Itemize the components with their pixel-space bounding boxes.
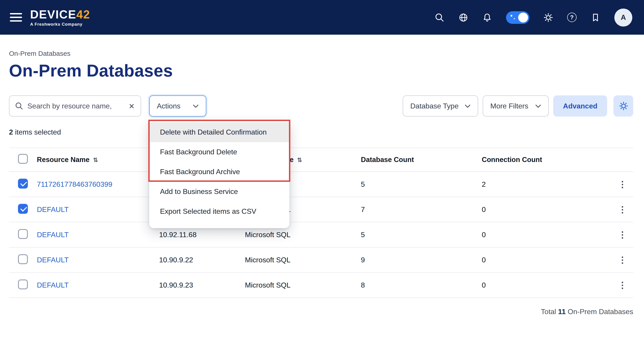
breadcrumb[interactable]: On-Prem Databases xyxy=(9,50,633,57)
database-count-cell: 9 xyxy=(361,256,482,264)
table-row: DEFAULT Microsoft SQL 7 0 ⋮ xyxy=(9,197,633,222)
table-row: 7117261778463760399 5 2 ⋮ xyxy=(9,172,633,197)
database-count-cell: 5 xyxy=(361,231,482,239)
actions-dropdown-menu: Delete with Detailed Confirmation Fast B… xyxy=(149,121,290,228)
databases-table: Resource Name⇅ Database Type⇅ Database C… xyxy=(9,148,633,298)
connection-count-cell: 0 xyxy=(482,281,612,289)
row-checkbox[interactable] xyxy=(18,254,28,264)
theme-toggle[interactable] xyxy=(506,11,530,24)
connection-count-cell: 2 xyxy=(482,180,612,188)
toggle-sparkle-icon xyxy=(510,15,512,17)
row-actions-kebab-icon[interactable]: ⋮ xyxy=(612,255,633,265)
connection-count-cell: 0 xyxy=(482,256,612,264)
toggle-knob xyxy=(518,12,528,22)
table-settings-button[interactable] xyxy=(614,95,633,117)
database-type-filter-button[interactable]: Database Type xyxy=(403,95,478,117)
connection-count-cell: 0 xyxy=(482,205,612,214)
total-count-number: 11 xyxy=(558,308,566,315)
app-canvas: DEVICE42 A Freshworks Company ? xyxy=(0,0,644,342)
logo-subtitle: A Freshworks Company xyxy=(30,22,90,26)
resource-name-link[interactable]: DEFAULT xyxy=(37,256,159,264)
topbar-actions: ? A xyxy=(434,8,632,26)
database-count-cell: 8 xyxy=(361,281,482,289)
row-actions-kebab-icon[interactable]: ⋮ xyxy=(612,179,633,190)
hamburger-menu-icon[interactable] xyxy=(10,11,22,24)
toggle-sparkle-icon xyxy=(514,18,515,19)
more-filters-button[interactable]: More Filters xyxy=(483,95,549,117)
search-icon[interactable] xyxy=(434,12,444,22)
search-input[interactable] xyxy=(28,102,128,110)
connection-count-cell: 0 xyxy=(482,231,612,239)
main-content: On-Prem Databases On-Prem Databases × Ac… xyxy=(0,50,644,316)
total-count-text: Total 11 On-Prem Databases xyxy=(9,308,633,316)
page-title: On-Prem Databases xyxy=(9,61,633,81)
menu-item-add-to-business-service[interactable]: Add to Business Service xyxy=(149,182,290,202)
toolbar: × Actions Database Type More Filters Adv… xyxy=(9,95,633,117)
database-count-cell: 5 xyxy=(361,180,482,188)
gear-icon xyxy=(618,101,628,111)
row-actions-kebab-icon[interactable]: ⋮ xyxy=(612,280,633,290)
menu-item-export-selected-items-as-csv[interactable]: Export Selected items as CSV xyxy=(149,202,290,221)
menu-item-delete-with-detailed-confirmation[interactable]: Delete with Detailed Confirmation xyxy=(149,122,290,142)
resource-name-link[interactable]: DEFAULT xyxy=(37,231,159,239)
database-type-cell: Microsoft SQL xyxy=(245,256,361,264)
table-header-row: Resource Name⇅ Database Type⇅ Database C… xyxy=(9,148,633,172)
chevron-down-icon xyxy=(465,104,470,108)
menu-item-fast-background-delete[interactable]: Fast Background Delete xyxy=(149,142,290,162)
sort-icon: ⇅ xyxy=(93,156,98,163)
resource-name-link[interactable]: DEFAULT xyxy=(37,281,159,289)
row-checkbox[interactable] xyxy=(18,279,28,289)
logo-text: DEVICE42 xyxy=(30,9,90,20)
select-all-checkbox[interactable] xyxy=(18,154,28,164)
resource-name-link[interactable]: 7117261778463760399 xyxy=(37,180,159,188)
help-icon[interactable]: ? xyxy=(567,13,576,22)
device42-logo[interactable]: DEVICE42 A Freshworks Company xyxy=(30,9,90,26)
sort-icon: ⇅ xyxy=(297,156,302,163)
filters-group: Database Type More Filters Advanced xyxy=(403,95,633,117)
row-actions-kebab-icon[interactable]: ⋮ xyxy=(612,204,633,215)
database-type-cell: Microsoft SQL xyxy=(245,231,361,239)
table-row: DEFAULT 10.90.9.23 Microsoft SQL 8 0 ⋮ xyxy=(9,273,633,298)
header-resource-name[interactable]: Resource Name⇅ xyxy=(37,156,159,164)
database-count-cell: 7 xyxy=(361,205,482,214)
ip-address-cell: 10.92.11.68 xyxy=(159,231,245,239)
advanced-button[interactable]: Advanced xyxy=(553,95,607,117)
more-filters-label: More Filters xyxy=(490,102,528,110)
user-avatar[interactable]: A xyxy=(614,8,632,26)
row-checkbox[interactable] xyxy=(18,229,28,239)
chevron-down-icon xyxy=(193,104,199,108)
resource-name-link[interactable]: DEFAULT xyxy=(37,205,159,214)
search-box: × xyxy=(9,95,141,117)
ip-address-cell: 10.90.9.22 xyxy=(159,256,245,264)
actions-button-label: Actions xyxy=(157,102,180,110)
menu-item-fast-background-archive[interactable]: Fast Background Archive xyxy=(149,162,290,182)
selection-count: 2 xyxy=(9,128,13,136)
header-database-count[interactable]: Database Count xyxy=(361,156,482,164)
database-type-cell: Microsoft SQL xyxy=(245,281,361,289)
database-type-label: Database Type xyxy=(410,102,458,110)
ip-address-cell: 10.90.9.23 xyxy=(159,281,245,289)
chevron-down-icon xyxy=(535,104,541,108)
table-row: DEFAULT 10.92.11.68 Microsoft SQL 5 0 ⋮ xyxy=(9,222,633,248)
actions-dropdown-button[interactable]: Actions xyxy=(149,95,206,117)
logo-e-glyph: E xyxy=(68,8,76,21)
settings-gear-icon[interactable] xyxy=(543,12,553,22)
search-icon xyxy=(15,102,23,110)
row-checkbox[interactable] xyxy=(18,204,28,214)
row-actions-kebab-icon[interactable]: ⋮ xyxy=(612,230,633,240)
notifications-bell-icon[interactable] xyxy=(482,12,492,22)
selection-label: items selected xyxy=(13,128,61,136)
header-connection-count[interactable]: Connection Count xyxy=(482,156,612,164)
clear-search-icon[interactable]: × xyxy=(128,101,135,111)
globe-icon[interactable] xyxy=(458,12,468,22)
bookmark-icon[interactable] xyxy=(590,12,600,22)
row-checkbox[interactable] xyxy=(18,179,28,188)
selection-summary: 2 items selected xyxy=(9,128,633,136)
topbar: DEVICE42 A Freshworks Company ? xyxy=(0,0,644,35)
table-row: DEFAULT 10.90.9.22 Microsoft SQL 9 0 ⋮ xyxy=(9,248,633,273)
